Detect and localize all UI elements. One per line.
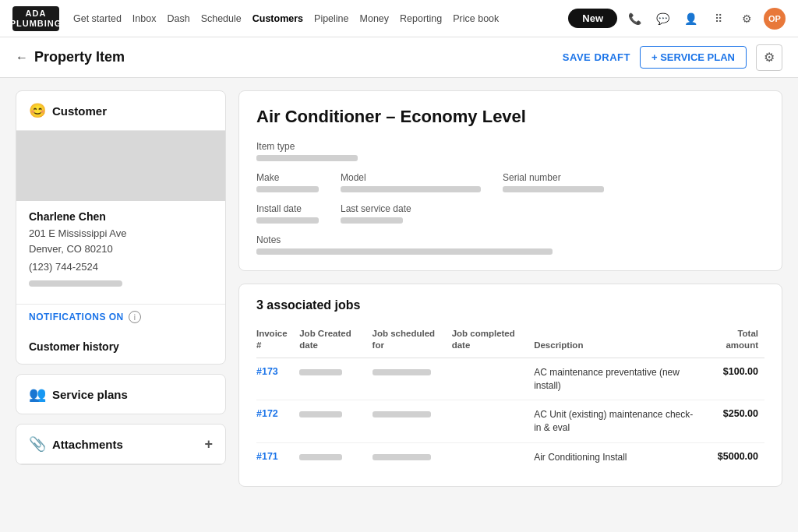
property-card: Air Conditioner – Economy Level Item typ… — [238, 90, 782, 271]
table-row: #173 AC maintenance preventative (new in… — [256, 358, 764, 400]
item-type-field: Item type — [256, 141, 764, 161]
placeholder-bar-1 — [29, 280, 122, 287]
table-row: #172 AC Unit (existing) maintenance chec… — [256, 400, 764, 443]
attachments-card: 📎 Attachments + — [16, 424, 226, 465]
property-item-title: Air Conditioner – Economy Level — [256, 107, 764, 127]
gear-icon: ⚙ — [764, 50, 775, 65]
add-service-plan-button[interactable]: + SERVICE PLAN — [640, 46, 747, 69]
customer-phone: (123) 744-2524 — [29, 261, 213, 273]
new-button[interactable]: New — [568, 9, 617, 28]
service-plans-label: Service plans — [52, 388, 128, 401]
attachments-header: 📎 Attachments + — [16, 425, 225, 464]
col-total: Total amount — [706, 323, 764, 358]
customer-name: Charlene Chen — [29, 210, 213, 223]
invoice-link-173[interactable]: #173 — [256, 366, 278, 377]
left-panel: 😊 Customer Charlene Chen 201 E Mississip… — [16, 90, 226, 487]
nav-schedule[interactable]: Schedule — [201, 13, 242, 24]
info-icon[interactable]: i — [129, 311, 141, 323]
main-layout: 😊 Customer Charlene Chen 201 E Mississip… — [0, 78, 798, 499]
make-field: Make — [256, 172, 319, 192]
nav-customers[interactable]: Customers — [252, 13, 303, 24]
col-job-completed: Job completed date — [452, 323, 535, 358]
address-line2: Denver, CO 80210 — [29, 243, 113, 255]
notes-field: Notes — [256, 234, 764, 255]
item-type-label: Item type — [256, 141, 764, 152]
save-draft-button[interactable]: SAVE DRAFT — [563, 51, 630, 63]
notes-value — [256, 248, 553, 255]
invoice-link-172[interactable]: #172 — [256, 408, 278, 419]
job-scheduled-bar-172 — [373, 411, 431, 417]
app-logo: ADAPLUMBING — [12, 6, 59, 31]
user-avatar[interactable]: OP — [764, 8, 786, 30]
last-service-date-value — [341, 217, 403, 224]
right-panel: Air Conditioner – Economy Level Item typ… — [238, 90, 782, 487]
sms-icon[interactable]: 💬 — [651, 8, 673, 30]
page-title: Property Item — [34, 49, 125, 65]
serial-number-label: Serial number — [503, 172, 604, 183]
amount-171: $5000.00 — [718, 451, 758, 462]
nav-actions: New 📞 💬 👤 ⠿ ⚙ OP — [568, 8, 786, 30]
serial-number-value — [503, 186, 604, 192]
nav-get-started[interactable]: Get started — [73, 13, 122, 24]
customer-history-section[interactable]: Customer history — [16, 329, 225, 364]
model-field: Model — [341, 172, 481, 192]
sub-header-actions: SAVE DRAFT + SERVICE PLAN ⚙ — [563, 44, 782, 71]
last-service-date-field: Last service date — [341, 203, 411, 224]
dates-row: Install date Last service date — [256, 203, 764, 224]
sub-header: ← Property Item SAVE DRAFT + SERVICE PLA… — [0, 37, 798, 78]
make-model-serial-row: Make Model Serial number — [256, 172, 764, 192]
back-arrow-icon: ← — [16, 51, 28, 65]
col-job-scheduled: Job scheduled for — [373, 323, 452, 358]
job-created-bar-172 — [299, 411, 342, 417]
customer-info: Charlene Chen 201 E Mississippi Ave Denv… — [16, 201, 225, 304]
job-created-bar-173 — [299, 369, 342, 375]
model-value — [341, 186, 481, 192]
install-date-field: Install date — [256, 203, 319, 224]
back-navigation[interactable]: ← Property Item — [16, 49, 125, 65]
nav-reporting[interactable]: Reporting — [400, 13, 442, 24]
person-icon[interactable]: 👤 — [680, 8, 701, 30]
make-label: Make — [256, 172, 319, 183]
table-row: #171 Air Conditioning Install $5000.00 — [256, 443, 764, 472]
nav-dash[interactable]: Dash — [167, 13, 189, 24]
customer-card-header: 😊 Customer — [16, 91, 225, 131]
nav-price-book[interactable]: Price book — [453, 13, 499, 24]
last-service-date-label: Last service date — [341, 203, 411, 214]
jobs-table-header: Invoice # Job Created date Job scheduled… — [256, 323, 764, 358]
col-description: Description — [534, 323, 705, 358]
notifications-label[interactable]: NOTIFICATIONS ON — [29, 312, 124, 322]
invoice-link-171[interactable]: #171 — [256, 451, 278, 462]
phone-icon[interactable]: 📞 — [623, 8, 645, 30]
amount-172: $250.00 — [723, 408, 758, 419]
attachments-label: Attachments — [52, 438, 123, 451]
amount-173: $100.00 — [723, 366, 758, 377]
settings-gear-button[interactable]: ⚙ — [756, 44, 782, 71]
jobs-title: 3 associated jobs — [256, 298, 764, 312]
customer-address: 201 E Mississippi Ave Denver, CO 80210 — [29, 226, 213, 256]
settings-icon[interactable]: ⚙ — [736, 8, 757, 30]
nav-inbox[interactable]: Inbox — [132, 13, 157, 24]
service-plans-icon: 👥 — [29, 386, 46, 403]
model-label: Model — [341, 172, 481, 183]
description-171: Air Conditioning Install — [534, 452, 627, 463]
attachment-icon: 📎 — [29, 435, 46, 453]
nav-pipeline[interactable]: Pipeline — [314, 13, 348, 24]
item-type-value — [256, 155, 358, 161]
grid-icon[interactable]: ⠿ — [708, 8, 729, 30]
notifications-row: NOTIFICATIONS ON i — [16, 304, 225, 329]
description-172: AC Unit (existing) maintenance check-in … — [534, 409, 693, 433]
top-navigation: ADAPLUMBING Get started Inbox Dash Sched… — [0, 0, 798, 37]
nav-links: Get started Inbox Dash Schedule Customer… — [73, 13, 554, 24]
install-date-label: Install date — [256, 203, 319, 214]
install-date-value — [256, 217, 319, 224]
nav-money[interactable]: Money — [360, 13, 390, 24]
add-attachment-icon[interactable]: + — [204, 436, 213, 453]
service-plans-header[interactable]: 👥 Service plans — [16, 375, 225, 414]
notes-label: Notes — [256, 234, 764, 245]
service-plans-card: 👥 Service plans — [16, 374, 226, 414]
col-job-created: Job Created date — [299, 323, 372, 358]
serial-number-field: Serial number — [503, 172, 604, 192]
jobs-card: 3 associated jobs Invoice # Job Created … — [238, 284, 782, 487]
customer-section-label: Customer — [52, 104, 107, 118]
customer-icon: 😊 — [29, 102, 46, 119]
